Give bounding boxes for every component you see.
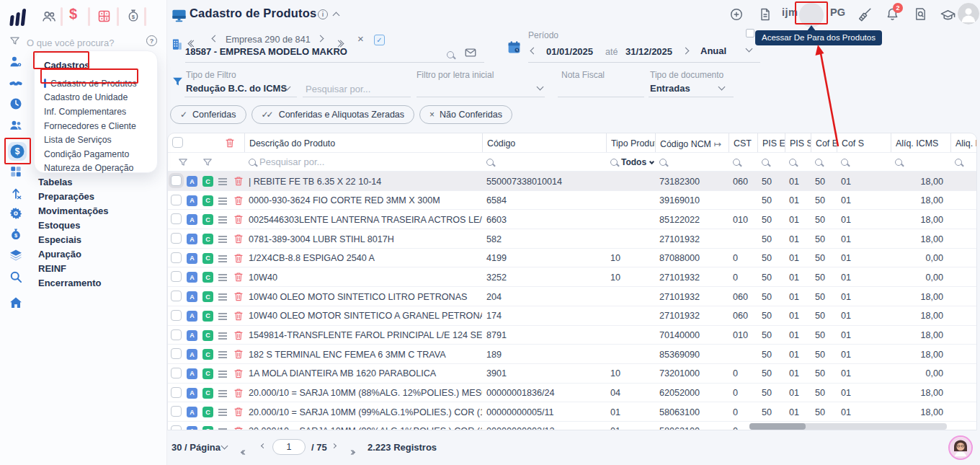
funnel-icon[interactable] [178, 157, 188, 167]
row-checkbox[interactable] [171, 387, 182, 398]
submenu-item[interactable]: Lista de Serviços [44, 133, 157, 147]
collapse-header-icon[interactable] [333, 12, 340, 19]
col-cof-e[interactable]: Cof E [811, 133, 837, 152]
drag-handle-icon[interactable] [218, 409, 227, 410]
sidebar-section[interactable]: Preparações [38, 189, 109, 203]
col-codigo[interactable]: Código [482, 133, 606, 152]
period-mode-dropdown-icon[interactable] [746, 45, 753, 53]
company-search-icon[interactable] [447, 51, 454, 58]
drag-handle-icon[interactable] [218, 313, 227, 314]
col-pis-s[interactable]: PIS S [785, 133, 811, 152]
descricao-search[interactable]: Pesquisar por... [244, 153, 482, 171]
drag-handle-icon[interactable] [218, 332, 227, 334]
delete-row-icon[interactable] [233, 406, 244, 417]
period-start[interactable]: 01/01/2025 [546, 46, 593, 57]
delete-row-icon[interactable] [233, 271, 244, 283]
tipo-documento-select[interactable]: Entradas [650, 83, 690, 94]
table-row[interactable]: A C 1/2X4CB-8.8 ESPIGAO 2540 A 4199 10 8… [168, 249, 976, 268]
delete-row-icon[interactable] [233, 348, 244, 360]
submenu-item[interactable]: Cadastro de Unidade [44, 91, 157, 105]
period-end[interactable]: 31/12/2025 [625, 46, 672, 57]
delete-row-icon[interactable] [233, 387, 244, 399]
row-checkbox[interactable] [171, 175, 182, 186]
drag-handle-icon[interactable] [218, 351, 227, 353]
row-checkbox[interactable] [171, 425, 182, 430]
table-row[interactable]: A C 10W40 OLEO MOTO SINTETICO LITRO PETR… [168, 287, 976, 306]
table-row[interactable]: A C 0781-389-3004 LUBR STIHL 8017H 582 2… [168, 229, 976, 249]
select-all-checkbox[interactable] [172, 137, 183, 148]
user-settings-icon[interactable] [9, 55, 23, 69]
row-checkbox[interactable] [171, 291, 182, 301]
drag-handle-icon[interactable] [218, 216, 227, 218]
clients-icon[interactable] [41, 9, 57, 25]
drag-handle-icon[interactable] [218, 274, 227, 275]
company-checkbox[interactable]: ✓ [374, 35, 385, 45]
prev-period-icon[interactable] [530, 48, 538, 55]
cof-s-search[interactable] [837, 153, 891, 171]
table-row[interactable]: A C 1549814-TRANSFLENTE FAROL PRINCIPAL … [168, 326, 976, 345]
per-page-select[interactable]: 30 / Página [172, 442, 220, 453]
submenu-item[interactable]: Inf. Complementares [44, 105, 157, 119]
drag-handle-icon[interactable] [218, 236, 227, 237]
submenu-item[interactable]: Condição Pagamento [44, 147, 157, 161]
col-cof-s[interactable]: Cof S [837, 133, 891, 152]
delete-row-icon[interactable] [233, 425, 244, 430]
calendar-icon[interactable] [507, 40, 522, 55]
row-checkbox[interactable] [171, 368, 182, 378]
table-row[interactable]: A C 20.000/10 = SARJA 10MM (99%ALG.1%POL… [168, 402, 976, 422]
sidebar-section[interactable]: Estoques [38, 218, 109, 232]
tipo-filtro-select[interactable]: Redução B.C. do ICMS [186, 83, 287, 94]
col-codigo-ncm[interactable]: Código NCM ↦ [655, 133, 729, 152]
col-descricao[interactable]: Descrição do Produto [244, 133, 482, 152]
tipo-documento-dropdown-icon[interactable] [718, 84, 726, 91]
funnel-icon[interactable] [202, 157, 213, 167]
drag-handle-icon[interactable] [218, 255, 227, 257]
pis-s-search[interactable] [785, 153, 811, 171]
ncm-search[interactable] [655, 153, 729, 171]
row-checkbox[interactable] [171, 252, 182, 263]
row-checkbox[interactable] [171, 213, 182, 224]
next-period-icon[interactable] [682, 48, 690, 55]
help-icon[interactable]: ? [146, 35, 157, 46]
delete-row-icon[interactable] [233, 291, 244, 302]
drag-handle-icon[interactable] [218, 371, 227, 372]
aliq-p-search[interactable] [950, 153, 976, 171]
filter-chip[interactable]: ✓ Conferidas [170, 105, 246, 124]
support-avatar[interactable] [948, 435, 973, 460]
clock-icon[interactable] [9, 97, 23, 111]
drag-handle-icon[interactable] [218, 178, 227, 180]
search-blue-icon[interactable] [9, 270, 23, 284]
period-mode[interactable]: Anual [700, 45, 726, 56]
per-page-dropdown-icon[interactable] [221, 443, 228, 450]
filter-chip[interactable]: ✓✓ Conferidas e Aliquotas Zeradas [251, 105, 415, 124]
delete-row-icon[interactable] [233, 195, 244, 206]
table-row[interactable]: A C | REBITE FE TB 6.35 X 22 10-14 55000… [168, 172, 976, 191]
table-row[interactable]: A C 1A MOLA DIANTEIRA MB 1620 PARABOLICA… [168, 364, 976, 384]
broom-icon[interactable] [857, 6, 873, 22]
row-checkbox[interactable] [171, 348, 182, 359]
table-row[interactable]: A C 10W40 3252 10 27101932 0 50 01 50 01… [168, 267, 976, 287]
fiscal-dollar-icon[interactable]: $ [69, 6, 77, 22]
submenu-item[interactable]: Cadastro de Produtos [44, 76, 157, 91]
sidebar-section[interactable]: REINF [38, 261, 109, 275]
money-bag-icon[interactable]: $ [9, 227, 23, 242]
drag-handle-icon[interactable] [218, 390, 227, 391]
gear-icon[interactable] [9, 206, 23, 221]
pis-e-search[interactable] [757, 153, 785, 171]
trend-up-icon[interactable] [9, 186, 23, 200]
sidebar-search-input[interactable]: O que você procura? [27, 37, 114, 48]
col-pis-e[interactable]: PIS E [757, 133, 785, 152]
delete-row-icon[interactable] [233, 233, 244, 244]
layers-icon[interactable] [9, 248, 23, 262]
table-row[interactable]: A C 20.000/10 = SARJA 10MM (88%ALG. 12%P… [168, 384, 976, 403]
user-avatar[interactable] [958, 3, 979, 25]
col-aliq-icms[interactable]: Alíq. ICMS [891, 133, 950, 152]
row-checkbox[interactable] [171, 310, 182, 321]
filter-search-input[interactable]: Pesquisar por... [306, 84, 370, 94]
first-page-icon[interactable] [241, 444, 246, 457]
cst-search[interactable] [729, 153, 757, 171]
delete-row-icon[interactable] [233, 368, 244, 379]
page-input[interactable]: 1 [272, 439, 306, 455]
row-checkbox[interactable] [171, 329, 182, 340]
document-icon[interactable] [758, 7, 772, 22]
